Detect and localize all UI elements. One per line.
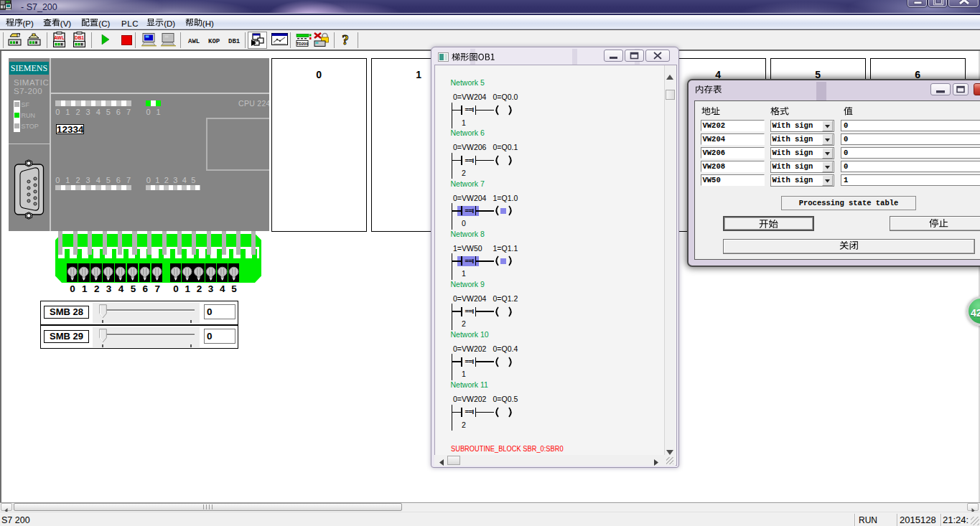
svg-text:?: ? (342, 33, 349, 47)
svg-text:AWL: AWL (54, 35, 64, 40)
svg-text:DB1: DB1 (75, 35, 84, 40)
svg-text:TD200: TD200 (297, 42, 309, 46)
